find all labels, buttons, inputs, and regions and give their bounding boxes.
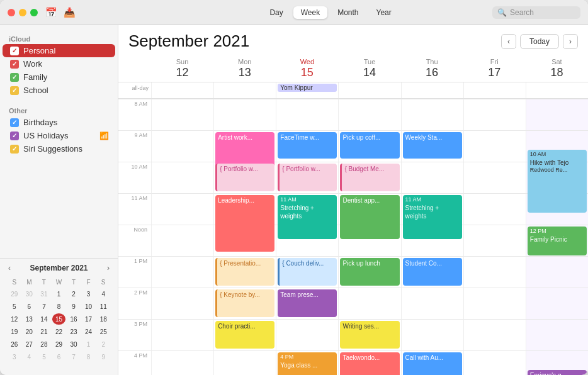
maximize-button[interactable]	[30, 9, 38, 16]
year-view-btn[interactable]: Year	[369, 6, 399, 19]
weekly-standup-event[interactable]: Weekly Sta...	[403, 132, 462, 159]
mini-cal-day[interactable]: 2	[67, 288, 81, 299]
call-event[interactable]: Call with Au...	[403, 352, 462, 375]
hike-tejo-event[interactable]: 10 AM Hike with Tejo Redwood Re...	[528, 150, 587, 213]
day-view-btn[interactable]: Day	[262, 6, 290, 19]
col-wed-9[interactable]: FaceTime w...	[276, 130, 338, 162]
allday-wed[interactable]: Yom Kippur	[276, 82, 338, 98]
col-fri-3[interactable]	[463, 319, 526, 350]
pickup-lunch-event[interactable]: Pick up lunch	[340, 258, 399, 286]
mini-cal-day[interactable]: 5	[8, 301, 21, 312]
col-fri-10[interactable]	[463, 162, 526, 193]
portfolio-wed-event[interactable]: { Portfolio w...	[278, 164, 337, 191]
mini-cal-day[interactable]: 2	[96, 339, 110, 350]
mini-cal-day[interactable]: 3	[8, 351, 21, 362]
col-fri-8[interactable]	[463, 99, 526, 130]
search-bar[interactable]: 🔍 Search	[492, 6, 580, 19]
mini-cal-day[interactable]: 4	[96, 288, 110, 299]
col-sun-8[interactable]	[151, 99, 213, 130]
keynote-event[interactable]: { Keynote by...	[215, 289, 274, 317]
col-wed-3[interactable]	[276, 319, 338, 350]
mini-cal-day[interactable]: 27	[23, 339, 37, 350]
facetime-event[interactable]: FaceTime w...	[278, 132, 337, 159]
yoga-event[interactable]: 4 PM Yoga class ...	[278, 352, 337, 375]
family-picnic-event[interactable]: 12 PM Family Picnic	[528, 227, 587, 255]
mini-cal-day[interactable]: 17	[82, 313, 96, 325]
mini-cal-day[interactable]: 8	[52, 301, 66, 312]
mini-cal-day[interactable]: 7	[67, 351, 81, 362]
mini-cal-day[interactable]: 11	[96, 301, 110, 312]
col-fri-1[interactable]	[463, 256, 526, 288]
col-thu-10[interactable]	[401, 162, 463, 193]
col-sun-1[interactable]	[151, 256, 213, 288]
stretching-thu-event[interactable]: 11 AM Stretching + weights	[403, 195, 462, 239]
mini-cal-prev[interactable]: ‹	[6, 264, 13, 272]
mini-cal-day[interactable]: 1	[82, 339, 96, 350]
col-thu-3[interactable]	[401, 319, 463, 350]
mini-cal-day[interactable]: 12	[8, 313, 21, 325]
choir-event[interactable]: Choir practi...	[215, 321, 274, 349]
sidebar-item-personal[interactable]: ✓ Personal	[3, 44, 115, 57]
col-sat-8[interactable]	[526, 99, 588, 130]
mini-cal-day[interactable]: 8	[82, 351, 96, 362]
mini-cal-day[interactable]: 9	[67, 301, 81, 312]
col-thu-11[interactable]: 11 AM Stretching + weights	[401, 193, 463, 225]
col-sat-4[interactable]: Enrique's g...	[526, 350, 588, 375]
mini-cal-day[interactable]: 9	[96, 351, 110, 362]
mini-cal-day[interactable]: 4	[23, 351, 37, 362]
yom-kippur-event[interactable]: Yom Kippur	[278, 84, 337, 92]
col-fri-2[interactable]	[463, 288, 526, 319]
mini-cal-day[interactable]: 31	[37, 288, 51, 299]
close-button[interactable]	[8, 9, 15, 16]
col-sun-3[interactable]	[151, 319, 213, 350]
sidebar-item-family[interactable]: ✓ Family	[3, 70, 115, 84]
mini-cal-day[interactable]: 22	[52, 326, 66, 337]
col-mon-3[interactable]: Choir practi...	[213, 319, 276, 350]
mini-cal-day[interactable]: 24	[82, 326, 96, 337]
mini-cal-day[interactable]: 3	[82, 288, 96, 299]
col-mon-9[interactable]: Artist work...	[213, 130, 276, 162]
col-tue-2[interactable]	[338, 288, 400, 319]
col-thu-1[interactable]: Student Co...	[401, 256, 463, 288]
col-sun-11[interactable]	[151, 193, 213, 225]
mini-cal-day[interactable]: 7	[37, 301, 51, 312]
col-wed-1[interactable]: { Couch deliv...	[276, 256, 338, 288]
portfolio-mon-event[interactable]: { Portfolio w...	[215, 164, 274, 191]
col-tue-4[interactable]: Taekwondo...	[338, 350, 400, 375]
sidebar-item-school[interactable]: ✓ School	[3, 84, 115, 97]
mini-cal-day[interactable]: 26	[8, 339, 21, 350]
month-view-btn[interactable]: Month	[330, 6, 366, 19]
col-sat-9[interactable]: 10 AM Hike with Tejo Redwood Re...	[526, 130, 588, 162]
today-btn[interactable]: Today	[520, 34, 559, 49]
col-fri-9[interactable]	[463, 130, 526, 162]
mini-cal-day[interactable]: 30	[23, 288, 37, 299]
mini-cal-day[interactable]: 20	[23, 326, 37, 337]
col-fri-noon[interactable]	[463, 225, 526, 256]
inbox-icon[interactable]: 📥	[64, 7, 76, 18]
sidebar-item-work[interactable]: ✓ Work	[3, 57, 115, 70]
mini-cal-day[interactable]: 14	[37, 313, 51, 325]
mini-cal-day[interactable]: 5	[37, 351, 51, 362]
couch-delivery-event[interactable]: { Couch deliv...	[278, 258, 337, 286]
col-thu-2[interactable]	[401, 288, 463, 319]
mini-cal-day[interactable]: 15	[52, 313, 66, 325]
mini-cal-day[interactable]: 28	[37, 339, 51, 350]
col-mon-8[interactable]	[213, 99, 276, 130]
team-presentation-event[interactable]: Team prese...	[278, 289, 337, 317]
taekwondo-event[interactable]: Taekwondo...	[340, 352, 399, 375]
col-mon-11[interactable]: Leadership...	[213, 193, 276, 225]
mini-cal-day[interactable]: 25	[96, 326, 110, 337]
col-tue-10[interactable]: { Budget Me...	[338, 162, 400, 193]
prev-week-btn[interactable]: ‹	[501, 34, 516, 49]
col-wed-10[interactable]: { Portfolio w...	[276, 162, 338, 193]
col-mon-10[interactable]: { Portfolio w...	[213, 162, 276, 193]
student-council-event[interactable]: Student Co...	[403, 258, 462, 286]
col-tue-11[interactable]: Dentist app...	[338, 193, 400, 225]
col-mon-4[interactable]	[213, 350, 276, 375]
stretching-wed-event[interactable]: 11 AM Stretching + weights	[278, 195, 337, 239]
col-fri-11[interactable]	[463, 193, 526, 225]
col-wed-2[interactable]: Team prese...	[276, 288, 338, 319]
col-fri-4[interactable]	[463, 350, 526, 375]
mini-cal-day[interactable]: 23	[67, 326, 81, 337]
col-sun-4[interactable]	[151, 350, 213, 375]
